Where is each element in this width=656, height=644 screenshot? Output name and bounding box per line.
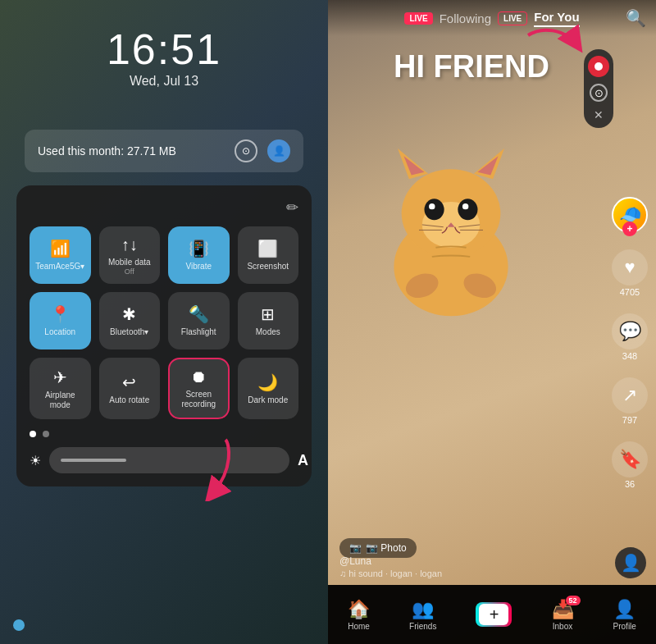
tile-wifi-label: TeamAce5G▾ <box>35 262 84 272</box>
post-button[interactable]: + <box>476 602 512 627</box>
nav-inbox[interactable]: 📥 52 Inbox <box>552 599 574 631</box>
brightness-low-icon: ☀ <box>30 453 41 468</box>
svg-point-8 <box>458 199 477 220</box>
nav-profile-label: Profile <box>613 622 636 631</box>
tile-mobile-sublabel: Off <box>125 267 134 276</box>
tile-vibrate[interactable]: 📳 Vibrate <box>168 226 230 284</box>
flashlight-icon: 🔦 <box>189 304 209 324</box>
edit-icon[interactable]: ✏ <box>286 199 298 217</box>
usage-icons: ⊙ 👤 <box>235 139 290 162</box>
screen-recording-icon: ⏺ <box>190 368 207 386</box>
tile-wifi[interactable]: 📶 TeamAce5G▾ <box>30 226 91 284</box>
record-settings-icon[interactable]: ⊙ <box>590 84 608 102</box>
tile-location[interactable]: 📍 Location <box>30 292 91 349</box>
tile-airplane[interactable]: ✈ Airplane mode <box>30 358 91 419</box>
like-count: 4705 <box>620 287 640 297</box>
tile-airplane-label: Airplane mode <box>34 391 86 410</box>
usage-bar: Used this month: 27.71 MB ⊙ 👤 <box>25 130 303 172</box>
bluetooth-icon: ✱ <box>122 304 136 324</box>
tab-following[interactable]: Following <box>440 11 491 25</box>
inbox-badge-count: 52 <box>566 596 581 605</box>
mobile-data-icon: ↑↓ <box>121 235 138 254</box>
dark-mode-icon: 🌙 <box>257 372 278 392</box>
bottom-info: @Luna ♫ hi sound · logan · logan <box>339 555 607 578</box>
tile-modes-label: Modes <box>256 327 280 337</box>
creator-avatar[interactable]: 🧢 + <box>612 197 648 233</box>
svg-point-7 <box>425 199 444 220</box>
tile-recording-label: Screen recording <box>175 390 223 409</box>
left-panel: 16:51 Wed, Jul 13 Used this month: 27.71… <box>0 0 328 644</box>
svg-point-9 <box>429 203 435 209</box>
tiles-grid: 📶 TeamAce5G▾ ↑↓ Mobile data Off 📳 Vibrat… <box>30 226 298 419</box>
tile-auto-rotate[interactable]: ↩ Auto rotate <box>99 358 161 419</box>
record-close-icon[interactable]: ✕ <box>594 108 604 121</box>
follow-plus-badge: + <box>622 222 637 236</box>
page-dots <box>30 431 298 437</box>
share-icon: ↗ <box>612 377 648 413</box>
tile-screenshot-label: Screenshot <box>247 262 289 272</box>
brightness-fill <box>61 459 126 462</box>
home-icon: 🏠 <box>348 599 370 620</box>
cat-image <box>361 107 541 320</box>
tile-mobile-data[interactable]: ↑↓ Mobile data Off <box>99 226 161 284</box>
comment-count: 348 <box>622 351 637 361</box>
nav-friends-label: Friends <box>409 622 436 631</box>
tile-modes[interactable]: ⊞ Modes <box>238 292 299 349</box>
vibrate-icon: 📳 <box>189 239 209 258</box>
tile-rotate-label: Auto rotate <box>109 395 149 405</box>
comment-action[interactable]: 💬 348 <box>612 313 648 361</box>
like-action[interactable]: ♥ 4705 <box>612 249 648 297</box>
profile-avatar-icon: 👤 <box>621 553 641 573</box>
nav-home[interactable]: 🏠 Home <box>348 599 370 631</box>
brightness-row: ☀ A <box>30 447 308 473</box>
wifi-icon: 📶 <box>50 239 71 258</box>
record-panel: ⊙ ✕ <box>584 49 613 128</box>
tile-mobile-label: Mobile data <box>108 258 151 267</box>
nav-profile-icon: 👤 <box>613 599 636 620</box>
search-icon[interactable]: 🔍 <box>626 8 646 28</box>
svg-point-10 <box>462 203 468 209</box>
bookmark-action[interactable]: 🔖 36 <box>612 441 648 489</box>
right-panel: LIVE Following LIVE For You 🔍 HI FRIEND … <box>328 0 656 644</box>
share-count: 797 <box>622 415 637 425</box>
tile-vibrate-label: Vibrate <box>185 262 212 272</box>
tiktok-bottom-nav: 🏠 Home 👥 Friends + 📥 52 Inbox 👤 Profile <box>328 585 656 644</box>
usage-text: Used this month: 27.71 MB <box>38 144 176 158</box>
nav-home-label: Home <box>348 622 370 631</box>
nav-friends[interactable]: 👥 Friends <box>409 599 436 631</box>
mini-profile-button[interactable]: 👤 <box>615 547 646 578</box>
tile-flashlight[interactable]: 🔦 Flashlight <box>168 292 230 349</box>
tile-dark-mode[interactable]: 🌙 Dark mode <box>238 358 299 419</box>
username: @Luna <box>339 555 607 567</box>
brightness-a-label: A <box>298 452 308 469</box>
share-action[interactable]: ↗ 797 <box>612 377 648 425</box>
plus-icon: + <box>490 605 499 624</box>
comment-icon: 💬 <box>612 313 648 349</box>
tile-flashlight-label: Flashlight <box>181 327 216 337</box>
bookmark-count: 36 <box>625 479 635 489</box>
tile-dark-label: Dark mode <box>248 395 288 405</box>
clock-date: Wed, Jul 13 <box>107 74 221 89</box>
nav-profile[interactable]: 👤 Profile <box>613 599 636 631</box>
bookmark-icon: 🔖 <box>612 441 648 477</box>
location-icon: 📍 <box>50 304 71 324</box>
nav-post[interactable]: + <box>476 602 512 627</box>
arrow-to-record <box>520 23 585 84</box>
photo-icon: 📷 <box>349 542 362 554</box>
user-icon[interactable]: 👤 <box>267 139 290 162</box>
tile-screen-recording[interactable]: ⏺ Screen recording <box>168 358 230 419</box>
photo-label: 📷 Photo <box>366 542 407 554</box>
nav-inbox-label: Inbox <box>553 622 572 631</box>
tile-screenshot[interactable]: ⬜ Screenshot <box>238 226 299 284</box>
modes-icon: ⊞ <box>261 304 275 324</box>
airplane-icon: ✈ <box>53 368 67 387</box>
panel-top-row: ✏ <box>30 199 298 217</box>
song-info: ♫ hi sound · logan · logan <box>339 569 607 578</box>
tile-bluetooth[interactable]: ✱ Bluetooth▾ <box>99 292 161 349</box>
record-button[interactable] <box>588 56 609 77</box>
settings-icon[interactable]: ⊙ <box>235 139 257 162</box>
brightness-slider[interactable] <box>49 447 289 473</box>
friends-icon: 👥 <box>412 599 434 620</box>
screenshot-icon: ⬜ <box>257 239 278 258</box>
clock-time: 16:51 <box>107 25 221 74</box>
